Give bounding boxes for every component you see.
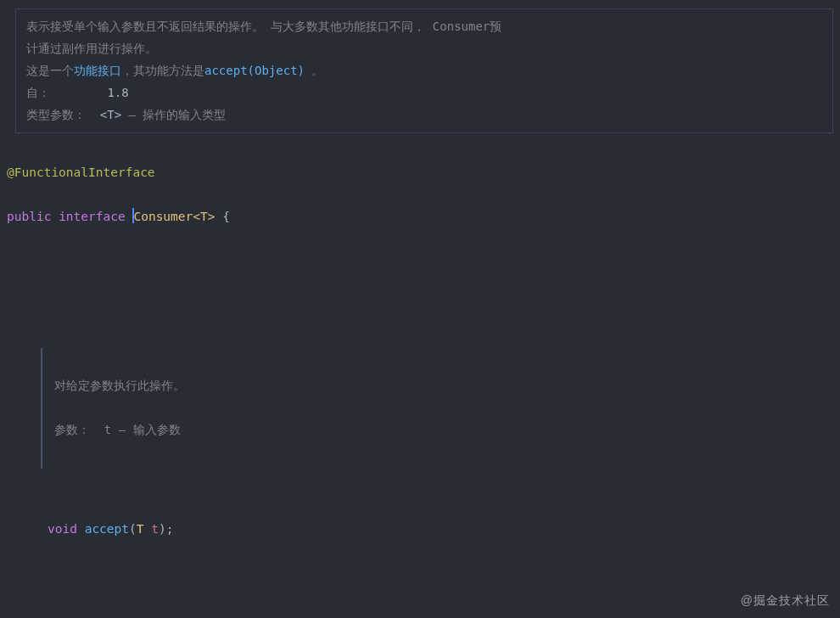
doc-line: 表示接受单个输入参数且不返回结果的操作。 与大多数其他功能接口不同， Consu…: [26, 16, 822, 38]
accept-method-link[interactable]: accept(Object): [204, 64, 305, 77]
doc-line: 类型参数： <T> – 操作的输入类型: [26, 104, 822, 126]
class-doc-block: 表示接受单个输入参数且不返回结果的操作。 与大多数其他功能接口不同， Consu…: [15, 8, 833, 133]
accept-doc-block: 对给定参数执行此操作。 参数： t – 输入参数: [41, 348, 833, 468]
class-decl-line: public interface Consumer<T> {: [7, 205, 833, 228]
watermark: @掘金技术社区: [741, 590, 830, 611]
doc-line: 参数： t – 输入参数: [54, 419, 821, 441]
code-area[interactable]: @FunctionalInterface public interface Co…: [7, 138, 833, 618]
functional-interface-link[interactable]: 功能接口: [74, 64, 121, 77]
accept-method-line: void accept(T t);: [7, 518, 833, 540]
doc-line: 这是一个功能接口，其功能方法是accept(Object) 。: [26, 60, 822, 82]
doc-line: 对给定参数执行此操作。: [54, 375, 821, 397]
doc-line: 计通过副作用进行操作。: [26, 38, 822, 60]
annotation-line: @FunctionalInterface: [7, 161, 833, 183]
doc-line: 自： 1.8: [26, 82, 822, 104]
